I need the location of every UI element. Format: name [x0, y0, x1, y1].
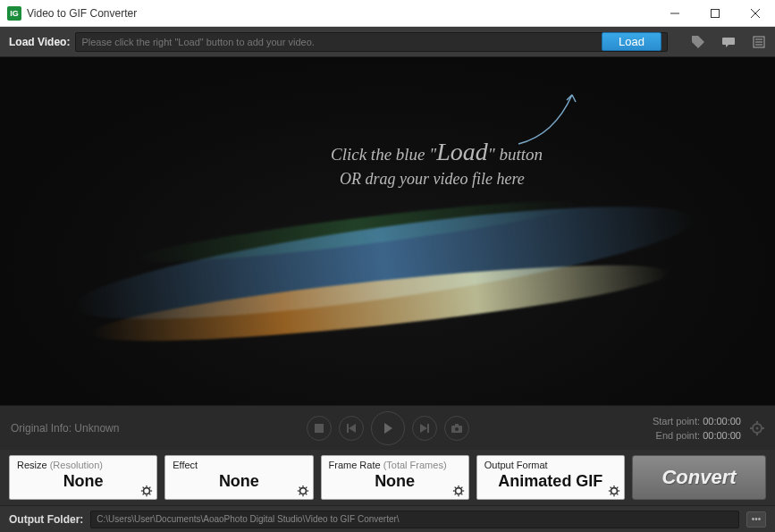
output-format-panel[interactable]: Output Format Animated GIF: [476, 455, 625, 500]
svg-line-44: [454, 487, 455, 488]
svg-line-29: [149, 487, 150, 488]
framerate-panel[interactable]: Frame Rate (Total Frames) None: [321, 455, 469, 500]
svg-line-54: [617, 494, 618, 494]
trim-points: Start point: 00:00:00 End point: 00:00:0…: [653, 414, 741, 443]
resize-sub: (Resolution): [50, 460, 103, 470]
resize-value: None: [17, 472, 149, 491]
svg-line-55: [611, 494, 611, 494]
svg-rect-10: [347, 424, 349, 433]
output-folder-path: C:\Users\User\Documents\AoaoPhoto Digita…: [97, 514, 399, 524]
svg-rect-9: [315, 424, 324, 433]
effect-value: None: [173, 472, 305, 491]
next-frame-button[interactable]: [412, 416, 437, 441]
browse-output-button[interactable]: •••: [746, 511, 766, 528]
resize-gear-icon[interactable]: [140, 485, 153, 497]
close-button[interactable]: [735, 0, 775, 27]
svg-point-14: [455, 427, 459, 431]
output-folder-input[interactable]: C:\Users\User\Documents\AoaoPhoto Digita…: [90, 511, 739, 528]
svg-line-35: [299, 487, 299, 488]
svg-line-46: [454, 494, 455, 494]
output-format-value: Animated GIF: [484, 472, 617, 491]
video-path-placeholder: Please click the right "Load" button to …: [81, 37, 602, 47]
framerate-label: Frame Rate: [329, 460, 381, 470]
play-button[interactable]: [371, 411, 405, 445]
svg-line-26: [143, 487, 144, 488]
svg-rect-11: [427, 424, 429, 433]
svg-point-21: [144, 488, 150, 494]
tag-icon[interactable]: [691, 35, 705, 49]
settings-panels: Resize (Resolution) None Effect None Fra…: [0, 450, 775, 505]
resize-label: Resize: [17, 460, 47, 470]
framerate-sub: (Total Frames): [383, 460, 447, 470]
svg-line-37: [299, 494, 299, 494]
svg-point-30: [299, 488, 306, 494]
comment-icon[interactable]: [721, 35, 736, 49]
load-video-label: Load Video:: [9, 36, 70, 48]
hint-line1-big: Load: [436, 138, 488, 165]
resize-panel[interactable]: Resize (Resolution) None: [9, 455, 157, 500]
framerate-gear-icon[interactable]: [452, 485, 465, 497]
drop-hint: Click the blue "Load" button OR drag you…: [331, 138, 543, 189]
trim-settings-icon[interactable]: [750, 421, 764, 435]
svg-line-45: [461, 494, 462, 494]
minimize-button[interactable]: [654, 0, 695, 27]
framerate-value: None: [329, 472, 461, 491]
app-icon: IG: [7, 6, 21, 21]
svg-line-56: [617, 487, 618, 488]
hint-line1-pre: Click the blue ": [331, 145, 436, 164]
snapshot-button[interactable]: [444, 416, 469, 441]
svg-line-53: [611, 487, 611, 488]
stop-button[interactable]: [307, 416, 332, 441]
output-format-label: Output Format: [484, 460, 617, 470]
start-point-time: 00:00:00: [703, 416, 741, 426]
video-path-input[interactable]: Please click the right "Load" button to …: [75, 32, 668, 52]
load-bar: Load Video: Please click the right "Load…: [0, 27, 775, 57]
svg-line-27: [149, 494, 150, 494]
svg-point-39: [455, 488, 461, 494]
svg-point-48: [611, 488, 618, 494]
output-folder-label: Output Folder:: [9, 513, 83, 526]
svg-rect-4: [722, 38, 735, 45]
title-bar: IG Video to GIF Converter: [0, 0, 775, 27]
load-button[interactable]: Load: [602, 32, 661, 51]
hint-line2: OR drag your video file here: [340, 170, 543, 189]
effect-panel[interactable]: Effect None: [164, 455, 313, 500]
playback-controls: [307, 411, 469, 445]
svg-point-16: [756, 426, 759, 429]
info-bar: Original Info: Unknown Start point: 00:0…: [0, 405, 775, 450]
output-bar: Output Folder: C:\Users\User\Documents\A…: [0, 505, 775, 532]
svg-line-47: [461, 487, 462, 488]
list-icon[interactable]: [752, 35, 766, 49]
effect-label: Effect: [173, 460, 305, 470]
svg-rect-1: [711, 9, 719, 17]
prev-frame-button[interactable]: [339, 416, 364, 441]
effect-gear-icon[interactable]: [297, 485, 309, 497]
convert-button[interactable]: Convert: [632, 455, 766, 500]
start-point-label: Start point:: [653, 416, 700, 426]
original-info: Original Info: Unknown: [11, 422, 119, 435]
svg-rect-13: [455, 424, 459, 426]
window-title: Video to GIF Converter: [27, 7, 137, 20]
output-format-gear-icon[interactable]: [608, 485, 620, 497]
hint-line1-post: " button: [488, 145, 543, 164]
end-point-label: End point:: [656, 430, 701, 441]
svg-line-36: [306, 494, 307, 494]
svg-line-28: [143, 494, 144, 494]
video-preview[interactable]: Click the blue "Load" button OR drag you…: [0, 57, 775, 405]
end-point-time: 00:00:00: [703, 430, 741, 441]
maximize-button[interactable]: [695, 0, 735, 27]
svg-line-38: [306, 487, 307, 488]
